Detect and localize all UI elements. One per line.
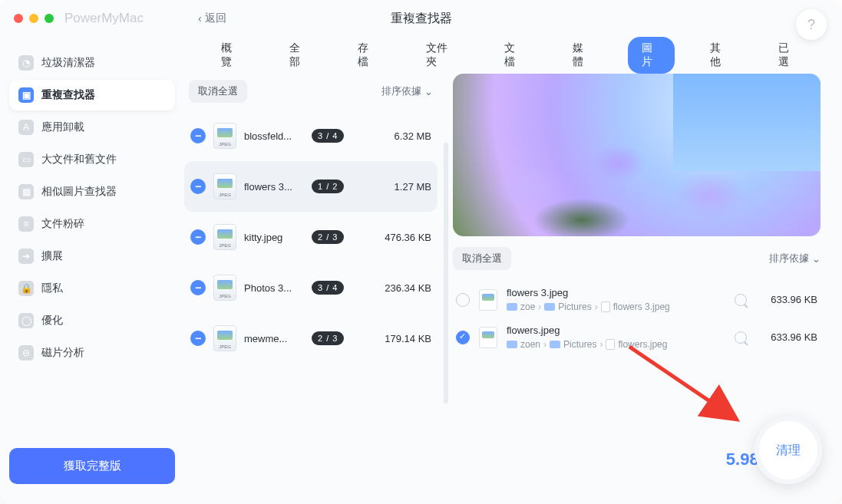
group-row[interactable]: −kitty.jpeg2 / 3476.36 KB [184, 212, 438, 262]
jpeg-file-icon [213, 275, 236, 301]
file-size: 179.14 KB [385, 333, 431, 344]
file-size: 236.34 KB [385, 282, 431, 294]
file-name: kitty.jpeg [244, 232, 304, 243]
app-window: PowerMyMac ‹ 返回 重複查找器 ? ◔垃圾清潔器 ▣重複查找器 A應… [0, 0, 842, 504]
help-icon: ? [807, 17, 815, 33]
sidebar-item-privacy[interactable]: 🔒隱私 [9, 273, 175, 304]
file-name: blossfeld... [244, 130, 304, 142]
minimize-icon[interactable] [29, 14, 38, 23]
sidebar-item-duplicate-finder[interactable]: ▣重複查找器 [9, 80, 175, 110]
gauge-icon: ◔ [18, 55, 34, 71]
sidebar-item-label: 大文件和舊文件 [41, 153, 117, 166]
chevron-down-icon: ⌄ [812, 253, 821, 265]
tab-media[interactable]: 媒體 [559, 37, 606, 74]
group-row[interactable]: −mewme...2 / 3179.14 KB [184, 313, 438, 364]
tab-archives[interactable]: 存檔 [344, 37, 391, 74]
dup-deselect-all-button[interactable]: 取消全選 [453, 247, 511, 270]
sidebar-item-label: 優化 [41, 314, 63, 328]
dup-sort-button[interactable]: 排序依據 ⌄ [769, 252, 821, 265]
app-name: PowerMyMac [64, 11, 144, 26]
sidebar-item-label: 重複查找器 [41, 88, 95, 102]
disk-icon: ⊖ [18, 345, 34, 361]
reveal-icon[interactable] [735, 331, 747, 344]
sort-label: 排序依據 [381, 84, 421, 98]
group-row[interactable]: −blossfeld...3 / 46.32 MB [184, 110, 438, 161]
tab-documents[interactable]: 文檔 [490, 37, 537, 74]
group-row[interactable]: −flowers 3...1 / 21.27 MB [184, 161, 438, 212]
dup-file-name: flowers 3.jpeg [507, 287, 725, 298]
file-size: 476.36 KB [385, 232, 431, 243]
help-button[interactable]: ? [796, 9, 827, 40]
globe-icon: ◯ [18, 313, 34, 328]
sidebar-item-extensions[interactable]: ➔擴展 [9, 241, 175, 272]
minus-icon[interactable]: − [190, 229, 206, 245]
jpeg-file-icon [213, 325, 236, 351]
count-badge: 2 / 3 [312, 230, 344, 244]
chevron-down-icon: ⌄ [424, 86, 433, 97]
traffic-lights [14, 14, 54, 23]
count-badge: 2 / 3 [312, 331, 344, 345]
sidebar-item-uninstaller[interactable]: A應用卸載 [9, 112, 175, 143]
sort-button[interactable]: 排序依據 ⌄ [381, 84, 433, 98]
count-badge: 3 / 4 [312, 129, 344, 143]
file-name: mewme... [244, 333, 304, 344]
minus-icon[interactable]: − [190, 280, 206, 295]
sidebar-item-label: 相似圖片查找器 [41, 185, 117, 199]
sidebar: ◔垃圾清潔器 ▣重複查找器 A應用卸載 ▭大文件和舊文件 ▦相似圖片查找器 ≡文… [0, 37, 184, 504]
duplicate-row: flowers.jpeg zoen › Pictures › flowers.j… [453, 318, 821, 356]
sidebar-item-label: 擴展 [41, 249, 63, 263]
close-icon[interactable] [14, 14, 23, 23]
sidebar-item-label: 應用卸載 [41, 120, 84, 134]
jpeg-file-icon [479, 327, 497, 348]
shredder-icon: ≡ [18, 216, 34, 232]
minus-icon[interactable]: − [190, 128, 206, 143]
sidebar-item-label: 磁片分析 [41, 346, 84, 360]
sidebar-item-disk-analysis[interactable]: ⊖磁片分析 [9, 338, 175, 368]
file-name: flowers 3... [244, 181, 304, 193]
sidebar-item-optimize[interactable]: ◯優化 [9, 305, 175, 336]
deselect-all-button[interactable]: 取消全選 [189, 80, 247, 103]
tab-folders[interactable]: 文件夾 [412, 37, 469, 74]
folder-icon [507, 303, 517, 311]
file-icon [601, 301, 610, 312]
sidebar-item-large-old[interactable]: ▭大文件和舊文件 [9, 144, 175, 175]
scrollbar[interactable] [444, 143, 448, 404]
image-icon: ▦ [18, 184, 34, 199]
breadcrumb: zoen › Pictures › flowers.jpeg [507, 339, 725, 350]
tab-all[interactable]: 全部 [276, 37, 322, 74]
sort-label: 排序依據 [769, 252, 809, 265]
reveal-icon[interactable] [735, 294, 747, 306]
dup-file-size: 633.96 KB [756, 294, 817, 305]
tab-overview[interactable]: 概覽 [207, 37, 254, 74]
lock-icon: 🔒 [18, 281, 34, 296]
tab-images[interactable]: 圖片 [628, 37, 675, 74]
checkbox[interactable] [456, 293, 470, 307]
tab-other[interactable]: 其他 [696, 37, 743, 74]
breadcrumb: zoe › Pictures › flowers 3.jpeg [507, 301, 725, 312]
folder-icon [550, 341, 560, 348]
sidebar-item-shredder[interactable]: ≡文件粉碎 [9, 209, 175, 239]
group-row[interactable]: −Photos 3...3 / 4236.34 KB [184, 262, 438, 313]
sidebar-item-junk-cleaner[interactable]: ◔垃圾清潔器 [9, 48, 175, 78]
checkbox[interactable] [456, 331, 470, 344]
sidebar-item-label: 垃圾清潔器 [41, 56, 95, 70]
sidebar-item-label: 隱私 [41, 282, 63, 295]
jpeg-file-icon [213, 123, 236, 149]
arrow-right-icon: ➔ [18, 249, 34, 264]
folder-icon [544, 303, 555, 311]
zoom-icon[interactable] [45, 14, 54, 23]
folder-icon [507, 341, 517, 348]
dup-file-name: flowers.jpeg [507, 324, 725, 336]
back-button[interactable]: ‹ 返回 [198, 12, 226, 25]
titlebar: PowerMyMac ‹ 返回 重複查找器 ? [0, 0, 842, 37]
sidebar-item-similar-images[interactable]: ▦相似圖片查找器 [9, 176, 175, 207]
count-badge: 1 / 2 [312, 180, 344, 193]
minus-icon[interactable]: − [190, 331, 206, 346]
group-list: 取消全選 排序依據 ⌄ −blossfeld...3 / 46.32 MB−fl… [184, 74, 438, 490]
get-full-version-button[interactable]: 獲取完整版 [9, 448, 175, 484]
minus-icon[interactable]: − [190, 179, 206, 194]
clean-button[interactable]: 清理 [754, 417, 822, 484]
tab-selected[interactable]: 已選 [764, 37, 811, 74]
sidebar-item-label: 文件粉碎 [41, 217, 84, 231]
file-icon [606, 339, 615, 350]
